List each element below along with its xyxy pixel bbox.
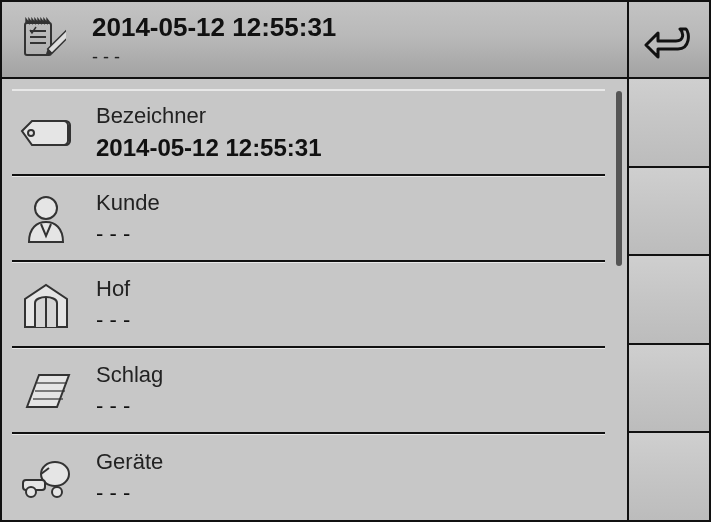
scrollbar-thumb[interactable] bbox=[616, 91, 622, 266]
task-edit-icon bbox=[18, 15, 68, 65]
rail-slot-5[interactable] bbox=[629, 433, 709, 520]
row-label: Schlag bbox=[96, 361, 163, 390]
body: Bezeichner 2014-05-12 12:55:31 Kunde bbox=[2, 79, 709, 520]
list-container: Bezeichner 2014-05-12 12:55:31 Kunde bbox=[2, 79, 615, 520]
row-value: - - - bbox=[96, 392, 163, 421]
scrollbar[interactable] bbox=[615, 91, 625, 508]
row-value: - - - bbox=[96, 306, 130, 335]
row-geraete[interactable]: Geräte - - - bbox=[12, 434, 605, 520]
row-label: Hof bbox=[96, 275, 130, 304]
header-bar: 2014-05-12 12:55:31 - - - bbox=[2, 2, 709, 79]
header-text: 2014-05-12 12:55:31 - - - bbox=[92, 11, 336, 68]
header-title: 2014-05-12 12:55:31 bbox=[92, 11, 336, 44]
field-icon bbox=[18, 363, 74, 419]
row-label: Kunde bbox=[96, 189, 160, 218]
barn-icon bbox=[18, 277, 74, 333]
row-text: Hof - - - bbox=[96, 275, 130, 334]
row-label: Geräte bbox=[96, 448, 163, 477]
machine-icon bbox=[18, 450, 74, 506]
row-value: - - - bbox=[96, 479, 163, 508]
back-button[interactable] bbox=[627, 2, 709, 77]
row-kunde[interactable]: Kunde - - - bbox=[12, 176, 605, 262]
row-text: Kunde - - - bbox=[96, 189, 160, 248]
row-text: Bezeichner 2014-05-12 12:55:31 bbox=[96, 102, 322, 164]
list: Bezeichner 2014-05-12 12:55:31 Kunde bbox=[12, 89, 605, 520]
rail-slot-3[interactable] bbox=[629, 256, 709, 345]
svg-point-8 bbox=[35, 197, 57, 219]
row-value: 2014-05-12 12:55:31 bbox=[96, 132, 322, 163]
svg-rect-0 bbox=[25, 23, 51, 55]
rail-slot-2[interactable] bbox=[629, 168, 709, 257]
header-subtitle: - - - bbox=[92, 46, 336, 69]
svg-point-15 bbox=[26, 487, 36, 497]
header-left: 2014-05-12 12:55:31 - - - bbox=[2, 2, 627, 77]
tag-icon bbox=[18, 105, 74, 161]
row-text: Geräte - - - bbox=[96, 448, 163, 507]
rail-slot-4[interactable] bbox=[629, 345, 709, 434]
row-schlag[interactable]: Schlag - - - bbox=[12, 348, 605, 434]
rail-slot-1[interactable] bbox=[629, 79, 709, 168]
screen: 2014-05-12 12:55:31 - - - bbox=[0, 0, 711, 522]
row-label: Bezeichner bbox=[96, 102, 322, 131]
right-rail bbox=[627, 79, 709, 520]
row-bezeichner[interactable]: Bezeichner 2014-05-12 12:55:31 bbox=[12, 90, 605, 176]
row-value: - - - bbox=[96, 220, 160, 249]
person-icon bbox=[18, 191, 74, 247]
row-text: Schlag - - - bbox=[96, 361, 163, 420]
svg-point-16 bbox=[52, 487, 62, 497]
back-icon bbox=[644, 19, 694, 61]
row-hof[interactable]: Hof - - - bbox=[12, 262, 605, 348]
